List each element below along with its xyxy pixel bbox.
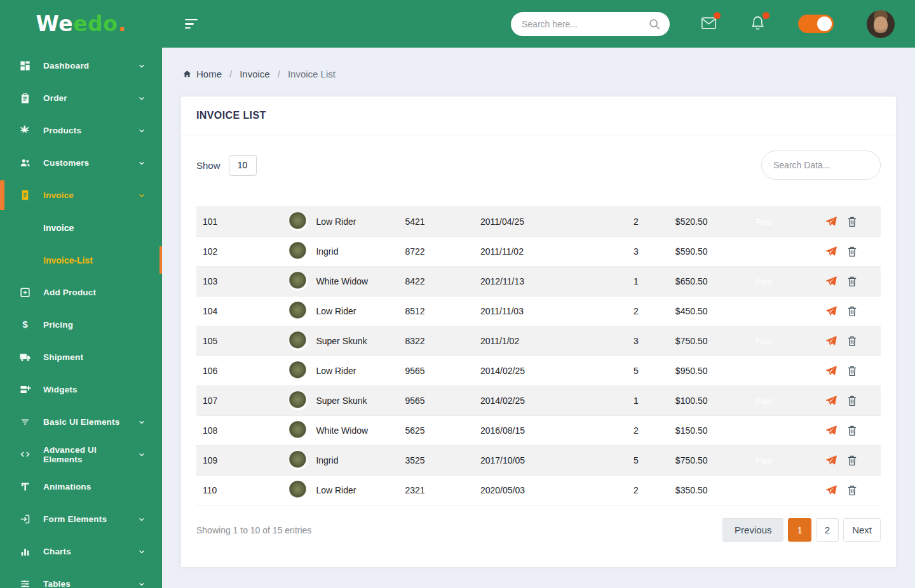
breadcrumb-item-invoice-list: Invoice List bbox=[288, 69, 336, 79]
delete-invoice-button[interactable] bbox=[846, 215, 858, 228]
product-image bbox=[288, 302, 308, 321]
sidebar-item-customers[interactable]: Customers bbox=[0, 147, 162, 179]
sidebar-item-label: Pricing bbox=[43, 320, 73, 330]
widgets-icon bbox=[19, 384, 31, 396]
user-avatar[interactable] bbox=[867, 10, 895, 38]
send-invoice-button[interactable] bbox=[825, 394, 837, 407]
pricing-icon: $ bbox=[19, 319, 31, 331]
chevron-down-icon bbox=[138, 580, 146, 588]
sidebar-item-invoice[interactable]: Invoice bbox=[0, 179, 162, 211]
invoice-id: 104 bbox=[196, 297, 288, 326]
sidebar-item-add-product[interactable]: Add Product bbox=[0, 276, 162, 309]
table-row: 110 Low Rider 2321 2020/05/03 2 $350.50 bbox=[196, 476, 881, 505]
price: $650.50 bbox=[675, 267, 750, 297]
breadcrumb-separator: / bbox=[229, 69, 232, 79]
app-logo[interactable]: Weedo. bbox=[0, 0, 162, 48]
header-search-input[interactable] bbox=[511, 12, 670, 36]
send-invoice-button[interactable] bbox=[825, 275, 837, 288]
delete-invoice-button[interactable] bbox=[846, 245, 858, 258]
send-invoice-button[interactable] bbox=[825, 484, 837, 497]
product-name: Ingrid bbox=[316, 246, 338, 257]
send-invoice-button[interactable] bbox=[825, 424, 837, 437]
send-invoice-button[interactable] bbox=[825, 364, 837, 377]
messages-button[interactable] bbox=[700, 15, 717, 34]
invoice-id: 102 bbox=[196, 237, 288, 267]
price: $350.50 bbox=[675, 476, 750, 505]
pagination-previous-button[interactable]: Previous bbox=[722, 518, 783, 542]
notifications-button[interactable] bbox=[749, 15, 766, 34]
sidebar-subitem-label: Invoice-List bbox=[43, 255, 93, 265]
status-badge: Paid bbox=[750, 277, 772, 286]
table-search-input[interactable] bbox=[761, 150, 881, 180]
pagination-2-button[interactable]: 2 bbox=[816, 518, 839, 542]
delete-invoice-button[interactable] bbox=[846, 454, 858, 467]
sidebar-item-form-elements[interactable]: Form Elements bbox=[0, 503, 162, 535]
sidebar-item-dashboard[interactable]: Dashboard bbox=[0, 50, 162, 82]
quantity: 1 bbox=[597, 386, 675, 416]
delete-invoice-button[interactable] bbox=[846, 424, 858, 437]
add-product-icon bbox=[19, 286, 31, 298]
sidebar-item-label: Add Product bbox=[43, 288, 96, 297]
topbar-actions bbox=[511, 10, 895, 38]
send-invoice-button[interactable] bbox=[825, 454, 837, 467]
send-invoice-button[interactable] bbox=[825, 335, 837, 347]
invoice-date: 2011/11/03 bbox=[480, 297, 597, 326]
page-size-select[interactable]: 10 bbox=[229, 155, 257, 176]
invoice-icon bbox=[19, 189, 31, 201]
sidebar-item-order[interactable]: Order bbox=[0, 82, 162, 114]
sidebar-item-label: Invoice bbox=[43, 190, 74, 200]
sidebar-item-animations[interactable]: Animations bbox=[0, 471, 162, 503]
menu-toggle-button[interactable] bbox=[182, 17, 200, 31]
invoice-id: 106 bbox=[196, 356, 288, 386]
delete-invoice-button[interactable] bbox=[846, 275, 858, 288]
sidebar-item-products[interactable]: Products bbox=[0, 114, 162, 147]
delete-invoice-button[interactable] bbox=[846, 335, 858, 347]
theme-toggle[interactable] bbox=[798, 15, 834, 33]
status-badge bbox=[750, 486, 756, 495]
invoice-number: 5625 bbox=[405, 416, 480, 446]
send-invoice-button[interactable] bbox=[825, 215, 837, 228]
send-invoice-button[interactable] bbox=[825, 305, 837, 317]
sidebar-item-widgets[interactable]: Widgets bbox=[0, 373, 162, 406]
send-invoice-button[interactable] bbox=[825, 245, 837, 258]
quantity: 1 bbox=[597, 267, 675, 297]
sidebar: Weedo. Dashboard Order Products Customer… bbox=[0, 0, 162, 588]
status-badge bbox=[750, 307, 756, 316]
pagination-1-button[interactable]: 1 bbox=[788, 518, 811, 542]
sidebar-item-basic-ui-elements[interactable]: Basic UI Elements bbox=[0, 406, 162, 438]
logo-dot: . bbox=[118, 11, 126, 36]
animations-icon bbox=[19, 481, 31, 493]
sidebar-item-charts[interactable]: Charts bbox=[0, 535, 162, 568]
invoice-number: 9565 bbox=[405, 386, 480, 416]
price: $750.50 bbox=[675, 326, 750, 356]
sidebar-subitem-invoice-list[interactable]: Invoice-List bbox=[0, 244, 162, 276]
delete-invoice-button[interactable] bbox=[846, 394, 858, 407]
chevron-down-icon bbox=[138, 95, 146, 102]
breadcrumb-item-invoice[interactable]: Invoice bbox=[240, 69, 270, 79]
chevron-down-icon bbox=[138, 62, 146, 70]
sidebar-item-pricing[interactable]: $ Pricing bbox=[0, 309, 162, 341]
product-name: Low Rider bbox=[316, 366, 356, 376]
search-icon[interactable] bbox=[647, 17, 661, 34]
invoice-id: 105 bbox=[196, 326, 288, 356]
table-toolbar: Show 10 bbox=[196, 150, 881, 180]
delete-invoice-button[interactable] bbox=[846, 484, 858, 497]
quantity: 2 bbox=[597, 297, 675, 326]
sidebar-subitem-invoice[interactable]: Invoice bbox=[0, 211, 162, 244]
sidebar-item-tables[interactable]: Tables bbox=[0, 568, 162, 588]
sidebar-item-shipment[interactable]: Shipment bbox=[0, 341, 162, 373]
chevron-down-icon bbox=[138, 159, 146, 167]
sidebar-subitem-label: Invoice bbox=[43, 223, 74, 233]
sidebar-item-advanced-ui-elements[interactable]: Advanced UI Elements bbox=[0, 438, 162, 471]
invoice-number: 3525 bbox=[405, 446, 480, 476]
invoice-id: 109 bbox=[196, 446, 288, 476]
product-image bbox=[288, 421, 308, 440]
pagination-next-button[interactable]: Next bbox=[843, 518, 881, 542]
delete-invoice-button[interactable] bbox=[846, 364, 858, 377]
delete-invoice-button[interactable] bbox=[846, 305, 858, 317]
invoice-table: 101 Low Rider 5421 2011/04/25 2 $520.50 … bbox=[196, 206, 881, 505]
quantity: 2 bbox=[597, 476, 675, 505]
page-title: INVOICE LIST bbox=[196, 110, 881, 121]
breadcrumb-item-home[interactable]: Home bbox=[182, 69, 222, 79]
invoice-number: 8722 bbox=[405, 237, 480, 267]
